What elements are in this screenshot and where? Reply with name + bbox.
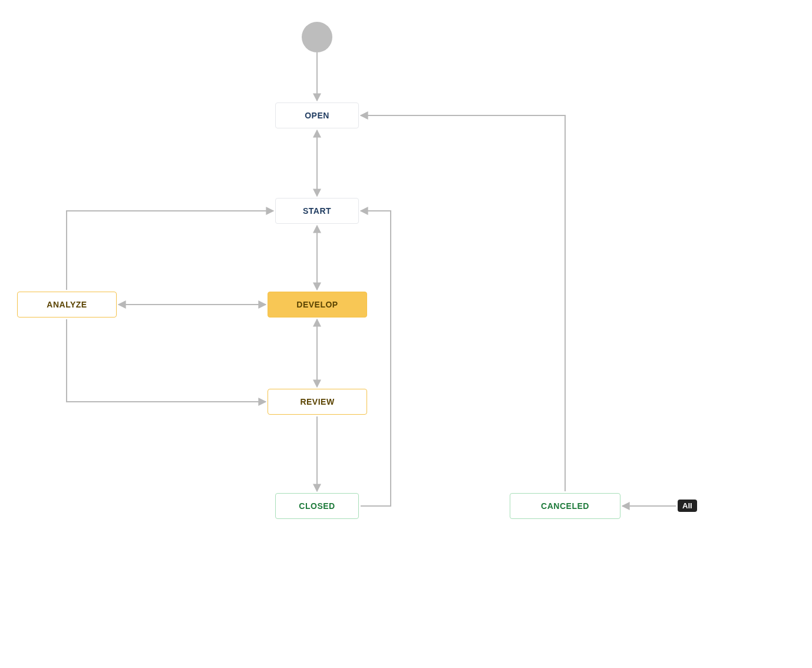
node-review-label: REVIEW <box>300 397 334 406</box>
edge-layer <box>0 0 812 668</box>
node-analyze[interactable]: ANALYZE <box>17 292 117 318</box>
workflow-diagram: OPEN START ANALYZE DEVELOP REVIEW CLOSED… <box>0 0 812 668</box>
edge-canceled-open <box>361 115 565 491</box>
node-develop-label: DEVELOP <box>296 300 338 309</box>
badge-all-label: All <box>682 501 692 510</box>
node-start-label: START <box>303 206 331 216</box>
node-develop[interactable]: DEVELOP <box>268 292 367 318</box>
node-closed[interactable]: CLOSED <box>275 493 359 519</box>
node-canceled[interactable]: CANCELED <box>510 493 620 519</box>
edge-analyze-review <box>67 319 266 402</box>
node-open-label: OPEN <box>305 111 329 120</box>
node-canceled-label: CANCELED <box>541 501 589 511</box>
edge-analyze-start <box>67 211 273 290</box>
node-analyze-label: ANALYZE <box>47 300 87 309</box>
node-start[interactable]: START <box>275 198 359 224</box>
node-open[interactable]: OPEN <box>275 102 359 128</box>
node-closed-label: CLOSED <box>299 501 335 511</box>
badge-all[interactable]: All <box>678 500 697 512</box>
initial-state-circle <box>302 22 332 52</box>
node-review[interactable]: REVIEW <box>268 389 367 415</box>
edge-closed-start <box>361 211 391 506</box>
